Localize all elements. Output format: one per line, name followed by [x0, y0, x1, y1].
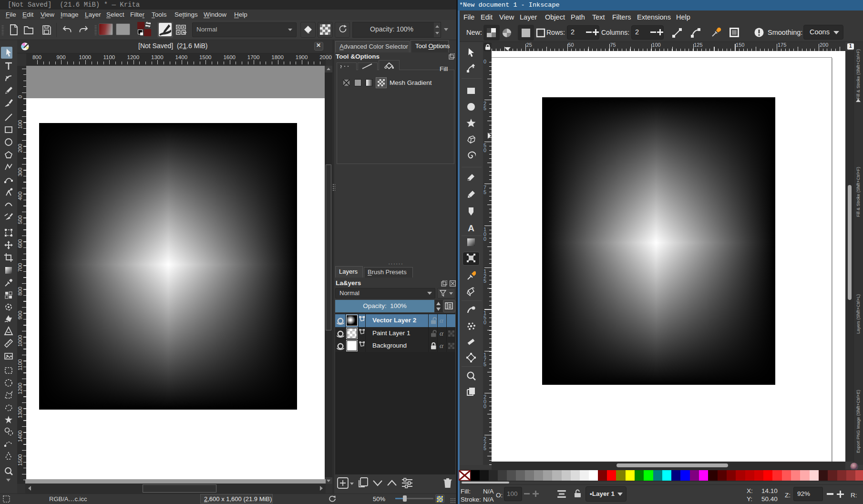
svg-text:A: A	[468, 223, 474, 233]
svg-text:α: α	[440, 342, 444, 350]
svg-text:α: α	[440, 329, 444, 337]
svg-text:α: α	[440, 317, 444, 324]
